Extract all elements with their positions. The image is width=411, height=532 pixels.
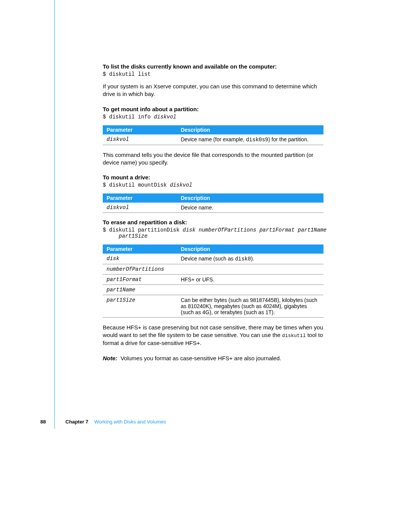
table-row: diskvol Device name. [103, 203, 323, 213]
table-row: disk Device name (such as disk0). [103, 254, 323, 264]
table-row: numberOfPartitions [103, 264, 323, 275]
heading-mount-info: To get mount info about a partition: [103, 106, 323, 112]
table-row: diskvol Device name (for example, disk0s… [103, 134, 323, 145]
margin-rule [54, 0, 55, 429]
page-content: To list the disks currently known and av… [103, 63, 323, 368]
cmd-list-disks: $ diskutil list [103, 71, 323, 77]
cmd-mount-info: $ diskutil info diskvol [103, 114, 323, 120]
table-row: part1Format HFS+ or UFS. [103, 275, 323, 285]
table-mount-info: Parameter Description diskvol Device nam… [103, 125, 323, 145]
note-erase: Note: Volumes you format as case-sensiti… [103, 355, 323, 362]
heading-list-disks: To list the disks currently known and av… [103, 63, 323, 70]
body-list-disks: If your system is an Xserve computer, yo… [103, 83, 323, 98]
th-parameter: Parameter [103, 125, 177, 134]
table-row: part1Size Can be either bytes (such as 9… [103, 295, 323, 318]
body-erase: Because HFS+ is case preserving but not … [103, 324, 323, 347]
heading-erase: To erase and repartition a disk: [103, 219, 323, 225]
th-parameter: Parameter [103, 244, 177, 254]
body-mount-info: This command tells you the device file t… [103, 151, 323, 167]
table-erase: Parameter Description disk Device name (… [103, 244, 323, 318]
th-parameter: Parameter [103, 193, 177, 203]
th-description: Description [177, 125, 323, 134]
th-description: Description [177, 193, 323, 203]
chapter-title: Working with Disks and Volumes [94, 419, 166, 425]
page-footer: 88 Chapter 7 Working with Disks and Volu… [40, 419, 166, 425]
table-row: part1Name [103, 285, 323, 295]
heading-mount-drive: To mount a drive: [103, 174, 323, 181]
page-number: 88 [40, 419, 46, 425]
chapter-label: Chapter 7 [65, 419, 88, 425]
table-mount-drive: Parameter Description diskvol Device nam… [103, 193, 323, 213]
cmd-mount-drive: $ diskutil mountDisk diskvol [103, 182, 323, 188]
cmd-erase: $ diskutil partitionDisk disk numberOfPa… [103, 227, 323, 239]
th-description: Description [177, 244, 323, 254]
